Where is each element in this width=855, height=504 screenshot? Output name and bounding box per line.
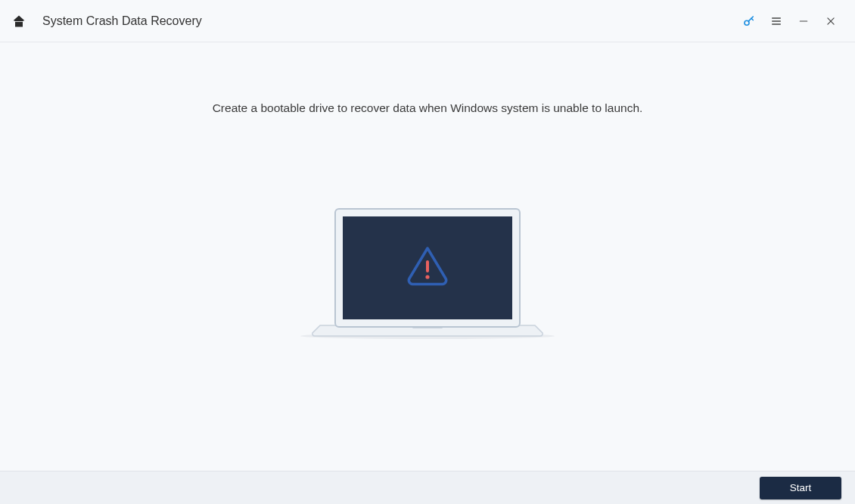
page-title: System Crash Data Recovery — [42, 14, 202, 28]
close-button[interactable] — [817, 8, 844, 35]
svg-point-13 — [425, 275, 429, 278]
home-icon[interactable] — [11, 13, 27, 30]
titlebar: System Crash Data Recovery — [0, 0, 855, 42]
svg-rect-0 — [15, 21, 23, 26]
footer-bar: Start — [0, 471, 855, 504]
menu-icon[interactable] — [763, 8, 790, 35]
minimize-button[interactable] — [790, 8, 817, 35]
start-button[interactable]: Start — [760, 477, 841, 499]
svg-rect-12 — [426, 260, 429, 272]
laptop-crash-illustration — [299, 206, 556, 345]
subtitle-text: Create a bootable drive to recover data … — [213, 101, 643, 115]
content-area: Create a bootable drive to recover data … — [0, 42, 855, 471]
key-icon[interactable] — [735, 8, 763, 35]
app-window: System Crash Data Recovery — [0, 0, 855, 504]
